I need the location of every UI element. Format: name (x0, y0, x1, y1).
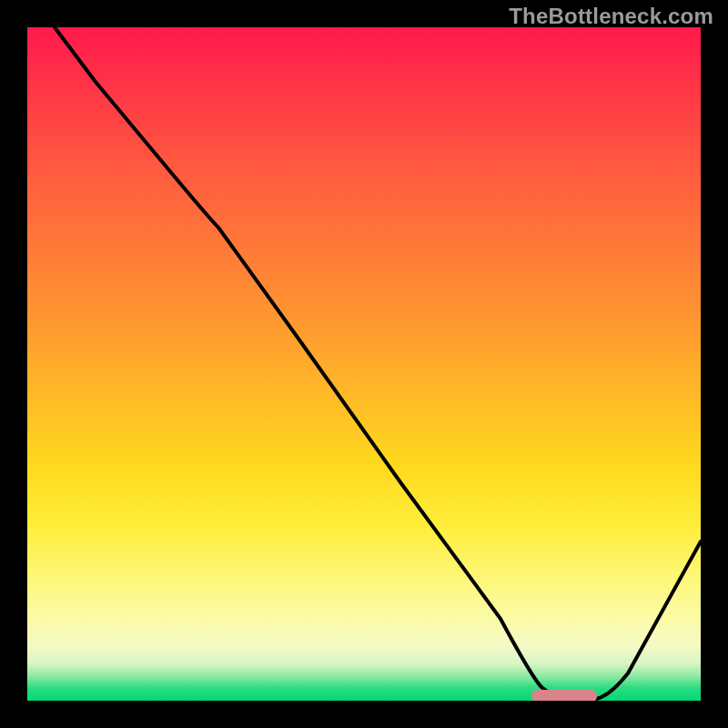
plot-area (27, 27, 701, 701)
chart-container: TheBottleneck.com (0, 0, 728, 728)
curve-path (55, 27, 701, 699)
optimal-range-marker (531, 690, 597, 701)
watermark-text: TheBottleneck.com (509, 4, 713, 29)
bottleneck-curve (27, 27, 701, 701)
